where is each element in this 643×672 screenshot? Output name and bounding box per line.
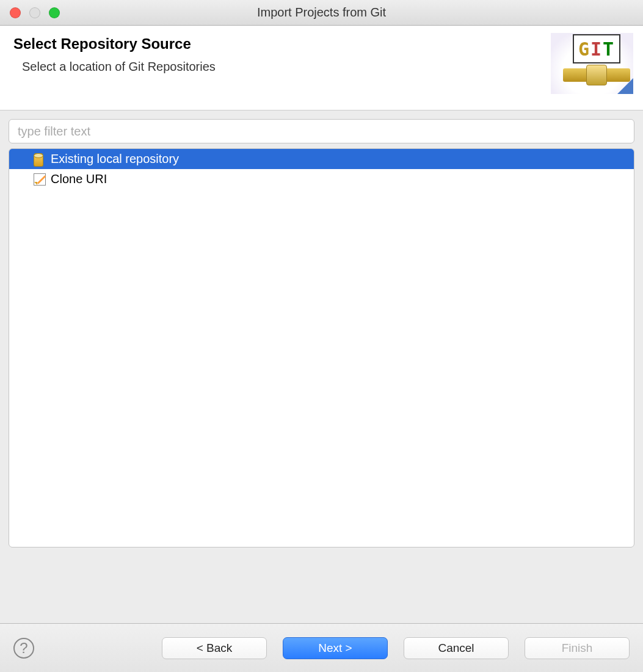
wizard-header: Select Repository Source Select a locati… <box>0 26 643 110</box>
maximize-window-button[interactable] <box>49 7 60 18</box>
finish-button[interactable]: Finish <box>525 637 630 659</box>
page-title: Select Repository Source <box>13 35 216 52</box>
header-text: Select Repository Source Select a locati… <box>13 35 216 74</box>
footer-buttons: < Back Next > Cancel Finish <box>162 637 630 659</box>
next-button[interactable]: Next > <box>283 637 388 659</box>
option-existing-local-repository[interactable]: Existing local repository <box>9 149 634 169</box>
option-label: Existing local repository <box>51 152 179 166</box>
database-icon <box>34 153 46 165</box>
traffic-lights <box>0 7 60 18</box>
window-title: Import Projects from Git <box>0 5 643 20</box>
filter-input[interactable] <box>9 119 634 143</box>
option-label: Clone URI <box>51 172 107 186</box>
help-icon[interactable]: ? <box>13 638 34 659</box>
back-button[interactable]: < Back <box>162 637 267 659</box>
wizard-footer: ? < Back Next > Cancel Finish <box>0 623 643 672</box>
cancel-button[interactable]: Cancel <box>404 637 509 659</box>
repository-source-list: Existing local repository Clone URI <box>9 148 634 547</box>
git-logo-icon: GIT <box>551 33 633 94</box>
content-area: Existing local repository Clone URI <box>0 110 643 556</box>
option-clone-uri[interactable]: Clone URI <box>9 169 634 189</box>
minimize-window-button[interactable] <box>29 7 40 18</box>
edit-note-icon <box>34 173 46 186</box>
titlebar: Import Projects from Git <box>0 0 643 26</box>
page-subtitle: Select a location of Git Repositories <box>13 60 216 74</box>
close-window-button[interactable] <box>10 7 21 18</box>
